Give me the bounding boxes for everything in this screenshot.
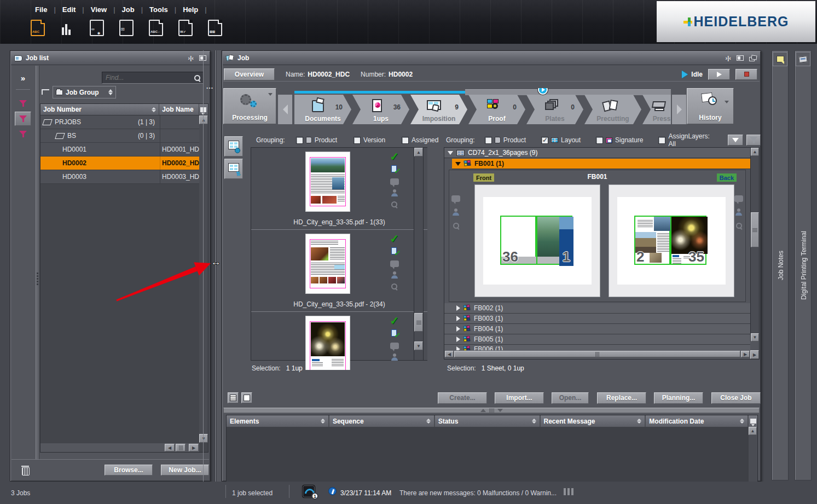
- list-view-button[interactable]: [228, 392, 239, 403]
- version-checkbox[interactable]: [354, 137, 361, 144]
- scroll-right-button[interactable]: ▶: [189, 444, 199, 451]
- product-checkbox[interactable]: [296, 137, 303, 144]
- filter-slot-1[interactable]: [15, 96, 31, 111]
- comment-bubble-icon[interactable]: [734, 195, 743, 202]
- horizontal-splitter[interactable]: [223, 408, 760, 413]
- stop-processing-button[interactable]: [735, 69, 757, 80]
- scroll-thumb[interactable]: [454, 351, 740, 357]
- assign-1ups-button[interactable]: ⇅: [224, 159, 243, 179]
- front-page-36[interactable]: 36: [500, 216, 536, 265]
- job-notes-tab[interactable]: Job Notes: [772, 50, 789, 480]
- job-group-row-prjobs[interactable]: PRJOBS (1 | 3): [40, 115, 208, 129]
- assignee-icon[interactable]: [735, 208, 743, 216]
- dropdown-arrow-icon[interactable]: [725, 101, 729, 103]
- panel-view-icon[interactable]: [737, 55, 744, 61]
- tree-corner-button[interactable]: ▶: [750, 350, 759, 359]
- tree-node-fb004[interactable]: FB004 (1): [444, 324, 750, 334]
- signature-checkbox[interactable]: [596, 137, 603, 144]
- scroll-down-button[interactable]: ▼: [751, 333, 759, 341]
- assignee-icon[interactable]: [391, 271, 398, 279]
- grouping-assignlayers[interactable]: AssignLayers: All: [658, 132, 718, 148]
- job-row-hd0003[interactable]: HD0003 HD0003_HDC: [40, 170, 208, 184]
- scroll-right-button[interactable]: ▶: [741, 351, 750, 357]
- digital-printing-terminal-tab[interactable]: Digital Printing Terminal: [795, 50, 812, 480]
- oneup-item-1[interactable]: ✓ ✓ HD_City_eng_33-35.pdf - 1(33): [251, 148, 427, 230]
- expander-closed-icon[interactable]: [456, 326, 460, 332]
- expand-sidebar-icon[interactable]: »: [21, 73, 25, 83]
- expander-closed-icon[interactable]: [456, 316, 460, 321]
- steps-scroll-right-button[interactable]: [672, 95, 686, 124]
- front-sheet-preview[interactable]: 36 1: [474, 184, 600, 297]
- sort-icon[interactable]: [740, 419, 744, 424]
- tree-node-fb005[interactable]: FB005 (1): [444, 334, 750, 345]
- assignee-icon[interactable]: [391, 354, 398, 361]
- grouping-assigned[interactable]: Assigned: [402, 136, 438, 144]
- step-proof[interactable]: 0 Proof: [468, 95, 525, 124]
- column-header-recent-message[interactable]: Recent Message: [541, 415, 646, 427]
- oneup-item-3[interactable]: ✓ ✓: [251, 312, 427, 370]
- scroll-up-button[interactable]: ▲: [199, 115, 208, 124]
- close-job-button[interactable]: Close Job: [711, 392, 761, 404]
- sort-icon[interactable]: [152, 107, 156, 112]
- history-button[interactable]: History: [687, 88, 734, 124]
- find-input[interactable]: [105, 73, 194, 82]
- step-plates[interactable]: 0 Plates: [526, 95, 583, 124]
- table-config-button[interactable]: [199, 104, 208, 115]
- scroll-thumb[interactable]: [414, 313, 423, 332]
- grid-view-button[interactable]: [241, 392, 252, 403]
- tree-root-row[interactable]: CD74_2x1_36pages (9): [444, 148, 750, 158]
- status-message[interactable]: There are new messages: 0 Malfunctions /…: [399, 489, 557, 497]
- comment-bubble-icon[interactable]: [390, 343, 399, 349]
- menu-file[interactable]: File: [28, 3, 54, 16]
- tree-vertical-scrollbar[interactable]: ▲ ▼: [750, 148, 759, 341]
- back-page-2[interactable]: 2: [634, 216, 670, 265]
- info-icon[interactable]: [328, 487, 337, 495]
- job-row-hd0001[interactable]: HD0001 HD0001_HDC: [40, 143, 208, 157]
- grouping-layout[interactable]: Layout: [541, 136, 581, 144]
- tree-structure-icon[interactable]: [42, 89, 49, 95]
- sort-icon[interactable]: [426, 419, 431, 424]
- expander-open-icon[interactable]: [448, 151, 453, 155]
- step-imposition[interactable]: 9 Imposition: [410, 95, 467, 124]
- job-group-row-bs[interactable]: BS (0 | 3): [40, 129, 208, 143]
- step-precutting[interactable]: Precutting: [584, 95, 641, 124]
- tree-node-fb002[interactable]: FB002 (1): [444, 303, 750, 314]
- inspect-icon[interactable]: [735, 222, 743, 229]
- device-assistant-icon[interactable]: ▯▯: [119, 20, 134, 36]
- scroll-up-button[interactable]: ▲: [751, 148, 759, 156]
- menu-job[interactable]: Job: [115, 3, 141, 16]
- collapse-panel-icon[interactable]: ›|‹: [188, 55, 194, 61]
- grouping-product[interactable]: Product: [296, 136, 337, 144]
- menu-help[interactable]: Help: [176, 3, 205, 16]
- steps-scroll-left-button[interactable]: [278, 95, 292, 124]
- report-document-icon[interactable]: W✓: [178, 20, 193, 36]
- start-processing-button[interactable]: [708, 69, 730, 80]
- column-header-job-name[interactable]: Job Name: [159, 104, 199, 115]
- expander-closed-icon[interactable]: [456, 337, 460, 342]
- filter-slot-2-active[interactable]: [15, 112, 31, 126]
- comment-bubble-icon[interactable]: [390, 178, 399, 185]
- job-group-spinner[interactable]: [108, 89, 113, 95]
- back-sheet-preview[interactable]: 2 35: [609, 184, 734, 297]
- tree-horizontal-scrollbar[interactable]: ◀ ▶: [444, 350, 750, 359]
- expander-open-icon[interactable]: [455, 162, 461, 166]
- column-header-status[interactable]: Status: [435, 415, 541, 427]
- trash-icon[interactable]: [21, 465, 29, 474]
- layers-dropdown-button[interactable]: [728, 135, 743, 146]
- oneups-scrollbar[interactable]: ▲ ▼: [414, 147, 424, 361]
- filter-button[interactable]: [746, 135, 761, 146]
- back-page-35[interactable]: 35: [670, 216, 706, 265]
- job-row-hd0002-selected[interactable]: HD0002 HD0002_HDC: [40, 157, 208, 170]
- jobs-chart-icon[interactable]: [60, 20, 74, 36]
- inspect-icon[interactable]: [391, 201, 398, 208]
- tree-node-fb001-selected[interactable]: FB001 (1): [452, 159, 750, 169]
- menu-tools[interactable]: Tools: [143, 3, 175, 16]
- expander-closed-icon[interactable]: [456, 305, 460, 311]
- table-config-button[interactable]: [749, 415, 757, 427]
- filter-slot-3[interactable]: [15, 127, 31, 141]
- create-button[interactable]: Create...: [438, 392, 487, 404]
- column-header-elements[interactable]: Elements: [227, 415, 329, 427]
- product-checkbox[interactable]: [485, 137, 492, 144]
- import-document-icon[interactable]: ABC←: [149, 20, 163, 36]
- processing-button[interactable]: Processing: [223, 88, 276, 124]
